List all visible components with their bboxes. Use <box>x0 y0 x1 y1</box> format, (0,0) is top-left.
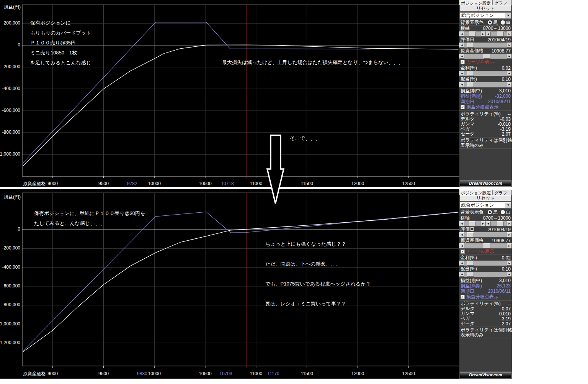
scroll-track[interactable] <box>491 221 507 226</box>
tab-graph[interactable]: グラフ <box>493 190 512 195</box>
scroll-left-icon[interactable]: ◄ <box>486 221 491 226</box>
scroll-right-icon[interactable]: ► <box>507 31 512 36</box>
scroll-track[interactable] <box>464 232 507 237</box>
scroll-thumb[interactable] <box>469 31 476 36</box>
pl-mid-value: 3,010 <box>499 278 511 283</box>
scroll-track[interactable] <box>464 71 507 76</box>
dreamvisor-logo: DreamVisor.com <box>460 372 511 378</box>
scroll-right-icon[interactable]: ► <box>507 232 512 237</box>
scroll-left-icon[interactable]: ◄ <box>486 31 491 36</box>
scroll-left-icon[interactable]: ◄ <box>459 243 464 248</box>
scroll-left-icon[interactable]: ◄ <box>459 272 464 277</box>
scroll-thumb[interactable] <box>467 261 474 266</box>
tab-position-settings[interactable]: ポジション設定 <box>459 0 493 5</box>
scroll-right-icon[interactable]: ► <box>507 43 512 48</box>
pl-mid-label: 損益(期中) <box>461 88 482 94</box>
scroll-thumb[interactable] <box>497 221 504 226</box>
dropdown-caret-icon[interactable]: ▼ <box>505 203 511 208</box>
scroll-right-icon[interactable]: ► <box>481 221 486 226</box>
scroll-right-icon[interactable]: ► <box>507 82 512 87</box>
y-tick-label: -400,000 <box>2 264 21 270</box>
pl-summary-group: 損益(期中) 3,010 損益(満期) -26,123 満期日 2010/06/… <box>459 277 512 300</box>
panel-spacer <box>459 149 512 180</box>
scroll-left-icon[interactable]: ◄ <box>459 82 464 87</box>
underlying-scrollbar[interactable]: ◄ ► <box>459 54 512 59</box>
scroll-track[interactable] <box>464 54 507 59</box>
breakeven-checkbox[interactable] <box>461 295 465 299</box>
position-select[interactable]: 総合ポジション ▼ <box>460 12 511 19</box>
dividend-scrollbar[interactable]: ◄ ► <box>459 82 512 87</box>
scroll-thumb[interactable] <box>469 221 476 226</box>
scroll-thumb[interactable] <box>467 82 474 87</box>
reset-button[interactable]: リセット <box>460 5 511 11</box>
chart-annotation: ミニ売り10850 1枚 <box>30 50 77 56</box>
position-select-value: 総合ポジション <box>461 12 494 19</box>
pl-chart-bottom-canvas[interactable]: 900095001000010500110001150012000125000-… <box>0 189 459 379</box>
position-select[interactable]: 総合ポジション ▼ <box>460 202 511 208</box>
pl-chart-top-canvas[interactable]: 9000950010000105001100011500120001250020… <box>0 0 459 187</box>
scroll-track[interactable] <box>464 82 507 87</box>
scroll-thumb[interactable] <box>467 71 474 76</box>
dividend-label: 配当(%) <box>461 76 477 82</box>
breakeven-label: 11170 <box>267 371 279 376</box>
bg-color-label: 背景表示色 <box>461 209 483 215</box>
chart-annotation: 最大損失は減ったけど、上昇した場合はただ損失確定となり、つまらない、、、 <box>222 59 403 65</box>
bg-white-radio[interactable] <box>501 20 505 25</box>
scroll-right-icon[interactable]: ► <box>507 221 512 226</box>
scroll-left-icon[interactable]: ◄ <box>459 221 464 226</box>
scroll-track[interactable] <box>464 31 481 36</box>
scroll-right-icon[interactable]: ► <box>507 54 512 59</box>
haxis-min-scrollbar[interactable]: ◄ ► <box>459 221 486 226</box>
haxis-max-scrollbar[interactable]: ◄ ► <box>486 31 512 36</box>
underlying-scrollbar[interactable]: ◄ ► <box>459 243 512 248</box>
scroll-track[interactable] <box>464 243 507 248</box>
scroll-right-icon[interactable]: ► <box>507 243 512 248</box>
scroll-thumb[interactable] <box>497 31 504 36</box>
reset-button[interactable]: リセット <box>460 195 511 201</box>
scroll-right-icon[interactable]: ► <box>481 31 486 36</box>
theta-label: セータ <box>461 131 475 136</box>
x-tick-label: 11500 <box>301 181 313 186</box>
scroll-right-icon[interactable]: ► <box>507 272 512 277</box>
tab-position-settings[interactable]: ポジション設定 <box>459 190 493 195</box>
rate-label: 金利(%) <box>461 255 477 261</box>
bg-white-radio[interactable] <box>501 210 505 214</box>
dropdown-caret-icon[interactable]: ▼ <box>505 13 511 18</box>
rate-scrollbar[interactable]: ◄ ► <box>459 71 512 76</box>
scroll-track[interactable] <box>464 272 507 277</box>
tab-graph[interactable]: グラフ <box>493 0 512 5</box>
scroll-thumb[interactable] <box>467 272 474 277</box>
scroll-left-icon[interactable]: ◄ <box>459 31 464 36</box>
dividend-scrollbar[interactable]: ◄ ► <box>459 272 512 277</box>
eval-date-scrollbar[interactable]: ◄ ► <box>459 43 512 48</box>
haxis-max-scrollbar[interactable]: ◄ ► <box>486 221 512 226</box>
scroll-right-icon[interactable]: ► <box>507 261 512 266</box>
eval-date-scrollbar[interactable]: ◄ ► <box>459 232 512 237</box>
volatility-row: ボラティリティ(%) -- <box>459 301 512 306</box>
scroll-left-icon[interactable]: ◄ <box>459 43 464 48</box>
breakeven-checkbox[interactable] <box>461 105 465 109</box>
cursor-display-checkbox[interactable] <box>461 60 465 64</box>
scroll-left-icon[interactable]: ◄ <box>459 261 464 266</box>
chart-annotation: 保有ポジションに、単純にＰ１００売り@30円を <box>34 210 145 216</box>
scroll-track[interactable] <box>464 43 507 48</box>
scroll-track[interactable] <box>464 261 507 266</box>
scroll-thumb[interactable] <box>467 232 474 237</box>
scroll-thumb[interactable] <box>483 243 490 248</box>
rate-scrollbar[interactable]: ◄ ► <box>459 261 512 266</box>
scroll-left-icon[interactable]: ◄ <box>459 54 464 59</box>
scroll-left-icon[interactable]: ◄ <box>459 71 464 76</box>
vega-row: ベガ -3.19 <box>459 126 512 131</box>
scroll-thumb[interactable] <box>467 43 474 48</box>
bg-black-radio[interactable] <box>488 210 492 214</box>
cursor-display-checkbox[interactable] <box>461 249 465 254</box>
scroll-track[interactable] <box>491 31 507 36</box>
scroll-thumb[interactable] <box>483 54 490 59</box>
haxis-row: 横軸 8700～13000 <box>459 26 512 31</box>
haxis-min-scrollbar[interactable]: ◄ ► <box>459 31 486 36</box>
scroll-track[interactable] <box>464 221 481 226</box>
panel-tab-bar: ポジション設定 グラフ <box>459 190 512 195</box>
scroll-right-icon[interactable]: ► <box>507 71 512 76</box>
scroll-left-icon[interactable]: ◄ <box>459 232 464 237</box>
bg-black-radio[interactable] <box>488 20 492 25</box>
